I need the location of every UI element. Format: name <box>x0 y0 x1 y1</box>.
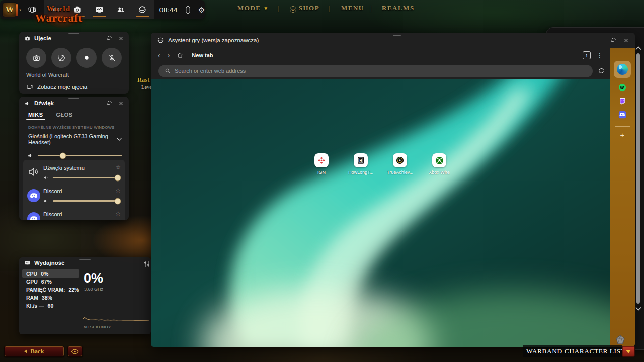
pin-icon[interactable] <box>106 100 112 106</box>
shortcut-ign[interactable]: IGN <box>307 153 336 175</box>
favorite-star-icon[interactable]: ☆ <box>115 210 121 217</box>
game-gem-icon <box>615 335 626 345</box>
record-last-moments-button[interactable] <box>51 48 71 68</box>
clock: 08:44 <box>159 6 178 14</box>
refresh-icon[interactable] <box>598 67 605 74</box>
scroll-up-icon[interactable] <box>635 46 641 50</box>
shortcut-howlongtobeat[interactable]: H HowLongT... <box>347 153 375 175</box>
wallpaper <box>151 79 610 347</box>
microphone-muted-button[interactable] <box>102 48 122 68</box>
wow-game-icon[interactable]: W <box>2 2 17 17</box>
sidebar-discord-app[interactable] <box>618 110 627 119</box>
output-device-select[interactable]: Głośniki (Logitech G733 Gaming Headset) <box>19 130 129 145</box>
sidebar-edge-app[interactable] <box>614 61 631 78</box>
chart-time-window-label: 60 SEKUNDY <box>84 325 111 329</box>
forward-nav-icon[interactable]: › <box>168 51 170 59</box>
pin-icon[interactable] <box>610 37 616 43</box>
visibility-button[interactable] <box>67 346 83 357</box>
filter-sliders-icon[interactable] <box>144 260 150 267</box>
edge-swirl-icon <box>138 5 147 14</box>
warband-dropdown-button[interactable] <box>622 346 635 357</box>
drag-handle[interactable] <box>68 98 79 99</box>
more-menu-icon[interactable]: ⋮ <box>597 52 603 59</box>
metric-row-vram[interactable]: PAMIĘĆ VRAM: 22% <box>22 286 79 294</box>
master-volume-slider[interactable] <box>19 145 129 159</box>
favorite-star-icon[interactable]: ☆ <box>115 164 121 171</box>
performance-button[interactable] <box>89 0 110 19</box>
mixer-row-system: Dźwięki systemu ☆ <box>23 161 125 184</box>
speaker-icon <box>43 175 49 180</box>
slider-thumb[interactable] <box>60 152 66 159</box>
screen: World Warcraft MODE ▼ | w SHOP | MENU | … <box>0 0 644 362</box>
record-button[interactable] <box>76 48 97 68</box>
system-sounds-icon <box>27 166 39 178</box>
favorite-star-icon[interactable]: ☆ <box>115 187 121 194</box>
menu-separator: | <box>278 4 280 12</box>
drag-handle[interactable] <box>68 33 79 34</box>
metric-row-gpu[interactable]: GPU 67% <box>22 278 79 286</box>
shortcuts-row: IGN H HowLongT... <box>151 153 610 175</box>
menu-mode[interactable]: MODE ▼ <box>237 4 269 12</box>
character-nameplate-name: Rast <box>137 76 149 84</box>
mouse-icon[interactable] <box>185 6 191 14</box>
menu-menu[interactable]: MENU <box>341 4 364 12</box>
browser-button[interactable] <box>132 0 153 19</box>
slider-thumb[interactable] <box>115 174 121 181</box>
performance-monitor-icon <box>95 5 104 15</box>
search-input[interactable] <box>175 68 587 74</box>
chevron-right-icon[interactable]: › <box>19 7 21 13</box>
scrollbar-thumb[interactable] <box>636 53 640 304</box>
volume-mixer: Dźwięki systemu ☆ Discord <box>23 160 125 220</box>
scroll-down-icon[interactable] <box>635 307 641 311</box>
game-assist-swirl-icon <box>157 37 164 44</box>
friends-button[interactable] <box>110 0 132 19</box>
screenshot-button[interactable] <box>26 48 46 68</box>
cpu-usage-value: 0% <box>84 270 103 286</box>
shortcut-trueachievements[interactable]: TrueAchiev... <box>386 153 414 175</box>
mixer-app-name: Discord <box>43 211 62 217</box>
drag-handle[interactable] <box>393 35 401 36</box>
sound-panel-title: Dźwięk <box>34 100 54 106</box>
chevron-down-icon <box>117 137 122 141</box>
close-icon[interactable] <box>118 101 124 106</box>
metric-row-cpu[interactable]: CPU 0% <box>22 269 79 278</box>
menu-shop[interactable]: w SHOP <box>290 4 319 12</box>
current-tab-label[interactable]: New tab <box>192 52 213 58</box>
back-nav-icon[interactable]: ‹ <box>158 51 160 59</box>
address-bar[interactable] <box>158 65 593 77</box>
sidebar-spotify-app[interactable] <box>618 83 627 92</box>
metric-row-fps[interactable]: Kl./s — 60 <box>22 302 79 310</box>
menu-realms[interactable]: REALMS <box>382 4 415 12</box>
close-icon[interactable] <box>623 38 629 43</box>
performance-panel-title: Wydajność <box>34 260 65 266</box>
tab-voice[interactable]: GŁOS <box>56 112 73 120</box>
character-nameplate-level: Leve <box>141 84 152 90</box>
sidebar-add-app-button[interactable]: + <box>620 131 625 139</box>
tab-counter[interactable]: 1 <box>583 51 591 59</box>
metric-row-ram[interactable]: RAM 38% <box>22 294 79 302</box>
sidebar-twitch-app[interactable] <box>618 97 626 105</box>
performance-panel: Wydajność CPU 0% GPU 67% PAMIĘĆ VRAM: 22… <box>19 257 151 334</box>
slider-thumb[interactable] <box>115 198 121 204</box>
people-icon <box>116 5 125 14</box>
home-icon[interactable] <box>177 52 184 59</box>
mixer-row-discord: Discord ☆ <box>23 184 125 207</box>
performance-metrics-list: CPU 0% GPU 67% PAMIĘĆ VRAM: 22% RAM 38% … <box>22 269 79 310</box>
drag-handle[interactable] <box>79 259 91 260</box>
app-volume-slider[interactable] <box>43 175 120 180</box>
menu-separator: | <box>329 4 331 12</box>
back-button[interactable]: Back <box>4 346 64 357</box>
tab-mix[interactable]: MIKS <box>28 112 43 120</box>
back-arrow-icon <box>24 349 27 353</box>
assistant-title-bar[interactable]: Asystent gry (wersja zapoznawcza) <box>151 33 635 48</box>
mode-dropdown-icon: ▼ <box>263 6 269 11</box>
app-volume-slider[interactable] <box>43 198 120 204</box>
shop-wow-icon: w <box>290 6 296 13</box>
shortcut-xbox-wire[interactable]: Xbox Wire <box>425 153 453 175</box>
settings-gear-icon[interactable]: ⚙ <box>198 6 205 14</box>
close-icon[interactable] <box>118 36 124 41</box>
character-list-scrollbar[interactable] <box>635 45 642 313</box>
see-my-captures-button[interactable]: Zobacz moje ujęcia <box>19 80 129 94</box>
pin-icon[interactable] <box>106 35 112 41</box>
trueachievements-logo-icon <box>395 156 405 165</box>
